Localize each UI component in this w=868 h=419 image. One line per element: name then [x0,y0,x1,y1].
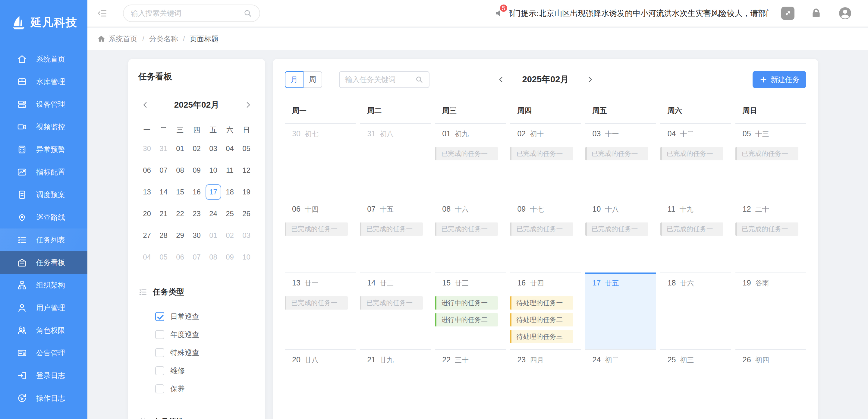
breadcrumb-item-category[interactable]: 分类名称 [149,34,178,44]
task-chip-done[interactable]: 已完成的任务一 [735,147,798,160]
mini-calendar-day[interactable]: 28 [155,225,172,246]
menu-fold-icon[interactable] [97,8,107,19]
mini-calendar-day[interactable]: 08 [172,159,188,181]
task-type-option[interactable]: 特殊巡查 [155,343,255,362]
task-chip-progress[interactable]: 进行中的任务二 [435,313,498,326]
lock-icon[interactable] [810,7,822,19]
board-day-cell[interactable]: 03十一已完成的任务一 [585,123,656,199]
board-day-cell[interactable]: 06十四已完成的任务一 [285,199,355,272]
board-day-cell[interactable]: 18廿六 [660,272,731,349]
task-chip-done[interactable]: 已完成的任务一 [585,222,648,236]
board-day-cell[interactable]: 04十二已完成的任务一 [660,123,731,199]
mini-calendar-day[interactable]: 17 [205,181,221,203]
view-week-button[interactable]: 周 [304,71,322,88]
mini-calendar-day[interactable]: 10 [205,159,221,181]
mini-calendar-day[interactable]: 08 [205,246,221,268]
sidebar-item-route[interactable]: 巡查路线 [0,206,87,229]
task-chip-done[interactable]: 已完成的任务一 [660,222,723,236]
sidebar-item-login-log[interactable]: 登录日志 [0,364,87,387]
board-day-cell[interactable]: 31初八 [360,123,431,199]
mini-calendar-day[interactable]: 18 [221,181,238,203]
mini-calendar-day[interactable]: 03 [238,225,255,246]
board-day-cell[interactable]: 25初三 [660,349,731,419]
mini-calendar-day[interactable]: 02 [188,138,205,159]
mini-calendar-day[interactable]: 20 [138,203,155,225]
board-day-cell[interactable]: 26初四 [735,349,806,419]
mini-calendar-day[interactable]: 06 [138,159,155,181]
board-day-cell[interactable]: 14廿二已完成的任务一 [360,272,431,349]
speaker-icon[interactable]: 5 [494,8,505,19]
board-day-cell[interactable]: 02初十已完成的任务一 [510,123,581,199]
board-day-cell[interactable]: 22三十 [435,349,506,419]
mini-calendar-day[interactable]: 22 [172,203,188,225]
task-search-input[interactable] [345,76,415,84]
board-day-cell[interactable]: 21廿九 [360,349,431,419]
board-day-cell[interactable]: 10十八已完成的任务一 [585,199,656,272]
task-chip-done[interactable]: 已完成的任务一 [510,147,573,160]
mini-calendar-day[interactable]: 21 [155,203,172,225]
mini-calendar-day[interactable]: 25 [221,203,238,225]
task-chip-done[interactable]: 已完成的任务一 [585,147,648,160]
task-chip-done[interactable]: 已完成的任务一 [360,296,423,309]
mini-calendar-day[interactable]: 02 [221,225,238,246]
mini-calendar-day[interactable]: 16 [188,181,205,203]
task-chip-done[interactable]: 已完成的任务一 [735,222,798,236]
sidebar-item-home[interactable]: 系统首页 [0,48,87,70]
sidebar-item-notice[interactable]: 公告管理 [0,341,87,364]
board-day-cell[interactable]: 07十五已完成的任务一 [360,199,431,272]
breadcrumb-item-home[interactable]: 系统首页 [108,34,137,44]
sidebar-item-task-list[interactable]: 任务列表 [0,229,87,251]
task-chip-pending[interactable]: 待处理的任务一 [510,296,573,309]
task-chip-pending[interactable]: 待处理的任务三 [510,330,573,343]
task-chip-progress[interactable]: 进行中的任务一 [435,296,498,309]
sidebar-item-user[interactable]: 用户管理 [0,296,87,319]
mini-calendar-day[interactable]: 24 [205,203,221,225]
sidebar-item-reservoir[interactable]: 水库管理 [0,70,87,93]
task-chip-done[interactable]: 已完成的任务一 [285,296,348,309]
board-day-cell[interactable]: 08十六已完成的任务一 [435,199,506,272]
board-day-cell[interactable]: 19谷雨 [735,272,806,349]
task-type-option[interactable]: 保养 [155,380,255,398]
fullscreen-icon[interactable] [781,7,795,20]
board-day-cell[interactable]: 12二十已完成的任务一 [735,199,806,272]
sidebar-item-role[interactable]: 角色权限 [0,319,87,341]
sidebar-item-video[interactable]: 视频监控 [0,115,87,138]
sidebar-item-alert[interactable]: 异常预警 [0,138,87,161]
mini-calendar-day[interactable]: 30 [138,138,155,159]
avatar[interactable] [838,6,852,21]
task-type-option[interactable]: 日常巡查 [155,307,255,326]
mini-calendar-day[interactable]: 23 [188,203,205,225]
mini-calendar-day[interactable]: 26 [238,203,255,225]
mini-calendar-day[interactable]: 04 [221,138,238,159]
board-day-cell[interactable]: 30初七 [285,123,355,199]
mini-calendar-day[interactable]: 01 [205,225,221,246]
mini-calendar-day[interactable]: 07 [188,246,205,268]
new-task-button[interactable]: 新建任务 [752,71,806,88]
task-chip-done[interactable]: 已完成的任务一 [435,147,498,160]
task-chip-done[interactable]: 已完成的任务一 [435,222,498,236]
board-day-cell[interactable]: 13廿一已完成的任务一 [285,272,355,349]
board-day-cell[interactable]: 17廿五 [585,272,656,349]
checkbox[interactable] [155,366,164,375]
board-day-cell[interactable]: 20廿八 [285,349,355,419]
board-day-cell[interactable]: 11十九已完成的任务一 [660,199,731,272]
mini-calendar-day[interactable]: 19 [238,181,255,203]
search-icon[interactable] [243,9,252,18]
mini-calendar-next-icon[interactable] [244,100,253,110]
mini-calendar-day[interactable]: 29 [172,225,188,246]
sidebar-item-org[interactable]: 组织架构 [0,274,87,296]
mini-calendar-day[interactable]: 27 [138,225,155,246]
task-chip-done[interactable]: 已完成的任务一 [285,222,348,236]
board-day-cell[interactable]: 09十七已完成的任务一 [510,199,581,272]
board-day-cell[interactable]: 15廿三进行中的任务一进行中的任务二 [435,272,506,349]
mini-calendar-day[interactable]: 10 [238,246,255,268]
mini-calendar-day[interactable]: 13 [138,181,155,203]
checkbox[interactable] [155,312,164,321]
mini-calendar-day[interactable]: 15 [172,181,188,203]
mini-calendar-day[interactable]: 30 [188,225,205,246]
next-month-icon[interactable] [586,76,594,84]
mini-calendar-day[interactable]: 14 [155,181,172,203]
mini-calendar-day[interactable]: 03 [205,138,221,159]
mini-calendar-day[interactable]: 01 [172,138,188,159]
mini-calendar-day[interactable]: 06 [172,246,188,268]
